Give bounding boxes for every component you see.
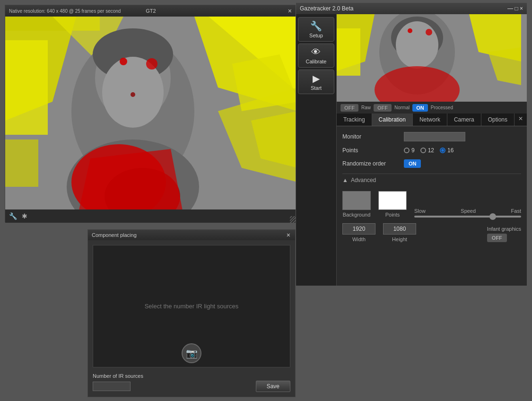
component-titlebar: Component placing ×	[88, 230, 295, 240]
speed-control: Slow Speed Fast	[414, 208, 521, 218]
height-input[interactable]	[383, 223, 416, 235]
advanced-header: ▲ Advanced	[342, 174, 521, 186]
camera-feed: 🔧 ✱	[5, 17, 297, 223]
setup-label: Setup	[309, 33, 323, 38]
points-9-label: 9	[411, 147, 415, 154]
height-wrap: Height	[383, 223, 416, 242]
camera-window: Native resolution: 640 x 480 @ 25 frames…	[5, 5, 297, 222]
gt-main: OFF Raw OFF Normal ON Processed ▲ Visual…	[337, 14, 527, 286]
advanced-arrow: ▲	[342, 177, 348, 183]
monitor-label: Monitor	[342, 133, 404, 140]
start-button[interactable]: ▶ Start	[298, 70, 334, 94]
infant-toggle[interactable]: OFF	[487, 234, 507, 242]
camera-image	[5, 17, 297, 223]
gt-content: 🔧 Setup 👁 Calibrate ▶ Start	[296, 14, 527, 286]
gt-title: Gazetracker 2.0 Beta	[300, 5, 353, 12]
wrench-icon[interactable]: 🔧	[9, 212, 17, 220]
points-16-label: 16	[447, 147, 454, 154]
crosshair-icon[interactable]: ✱	[22, 212, 27, 220]
calibrate-button[interactable]: 👁 Calibrate	[298, 44, 334, 68]
tab-options[interactable]: Options	[481, 113, 515, 126]
preview-image	[337, 14, 521, 102]
gazetracker-window: Gazetracker 2.0 Beta — □ × 🔧 Setup 👁 Cal…	[296, 2, 527, 286]
width-wrap: Width	[342, 223, 375, 242]
raw-toggle[interactable]: OFF	[340, 104, 358, 112]
camera-title: Native resolution: 640 x 480 @ 25 frames…	[9, 9, 121, 14]
svg-point-27	[396, 21, 438, 69]
infant-toggle-wrap: Infant graphics OFF	[487, 226, 521, 242]
width-label: Width	[352, 236, 366, 242]
points-radio-group: 9 12 16	[404, 147, 454, 154]
normal-toggle[interactable]: OFF	[374, 104, 392, 112]
ir-sources-input[interactable]	[93, 382, 131, 391]
points-9[interactable]: 9	[404, 147, 415, 154]
calibrate-icon: 👁	[300, 47, 332, 58]
points-12[interactable]: 12	[420, 147, 434, 154]
component-content: Select the number IR light sources 📷 Num…	[88, 240, 295, 397]
normal-label: Normal	[394, 105, 410, 110]
svg-rect-31	[337, 28, 360, 76]
svg-point-17	[131, 92, 135, 97]
svg-point-30	[426, 29, 432, 35]
start-icon: ▶	[300, 73, 332, 84]
processed-label: Processed	[431, 105, 453, 110]
start-label: Start	[311, 85, 322, 91]
points-16[interactable]: 16	[440, 147, 454, 154]
calibration-content: Monitor Points 9 12	[337, 126, 527, 286]
radio-12[interactable]	[420, 148, 426, 153]
svg-point-29	[408, 28, 412, 33]
camera-icon: 📷	[182, 343, 201, 363]
setup-button[interactable]: 🔧 Setup	[298, 17, 334, 42]
ir-sources-label: Number of IR sources	[93, 373, 143, 379]
gt-label: GT2	[146, 8, 156, 14]
randomize-toggle[interactable]: ON	[404, 159, 421, 168]
points-label: Points	[342, 147, 404, 154]
background-color-box[interactable]	[342, 191, 371, 210]
points-color-wrap: Points	[378, 191, 407, 218]
processed-toggle[interactable]: ON	[412, 104, 428, 112]
setup-icon: 🔧	[300, 20, 332, 32]
svg-rect-21	[5, 139, 38, 187]
points-row: Points 9 12 16	[342, 147, 521, 154]
component-title: Component placing	[92, 232, 137, 238]
background-color-label: Background	[343, 212, 371, 218]
gt-window-controls[interactable]: — □ ×	[507, 5, 523, 12]
gt-preview-feed	[337, 14, 527, 102]
gt-preview: OFF Raw OFF Normal ON Processed ▲ Visual…	[337, 14, 527, 113]
infant-graphics-label: Infant graphics	[487, 226, 521, 232]
randomize-label: Randomize order	[342, 160, 404, 167]
points-color-label: Points	[385, 212, 400, 218]
tab-calibration[interactable]: Calibration	[372, 113, 413, 126]
tab-network[interactable]: Network	[413, 113, 447, 126]
ir-select-text: Select the number IR light sources	[145, 303, 239, 310]
advanced-label: Advanced	[351, 177, 376, 183]
preview-controls: OFF Raw OFF Normal ON Processed	[337, 102, 527, 113]
svg-rect-20	[5, 40, 48, 135]
points-color-box[interactable]	[378, 191, 407, 210]
save-button[interactable]: Save	[256, 381, 290, 392]
background-color-wrap: Background	[342, 191, 371, 218]
monitor-row: Monitor	[342, 132, 521, 141]
width-input[interactable]	[342, 223, 375, 235]
ir-source-row: Number of IR sources	[93, 373, 290, 379]
tab-tracking[interactable]: Tracking	[337, 113, 372, 126]
camera-icon-wrap: 📷	[182, 343, 201, 363]
svg-point-15	[120, 58, 127, 65]
ir-select-area: Select the number IR light sources 📷	[93, 245, 290, 367]
tab-camera[interactable]: Camera	[447, 113, 481, 126]
calibrate-label: Calibrate	[305, 59, 326, 64]
tab-close-button[interactable]: ✕	[515, 113, 527, 126]
camera-bottom-bar: 🔧 ✱	[5, 209, 297, 223]
color-speed-row: Background Points Slow Speed Fast	[342, 191, 521, 218]
camera-close-button[interactable]: ×	[287, 7, 293, 15]
svg-point-16	[146, 58, 157, 70]
radio-16[interactable]	[440, 148, 445, 153]
radio-9[interactable]	[404, 148, 410, 153]
speed-slider[interactable]	[414, 216, 521, 218]
component-close-button[interactable]: ×	[286, 231, 291, 239]
gt-sidebar: 🔧 Setup 👁 Calibrate ▶ Start	[296, 14, 337, 286]
size-infant-row: Width Height Infant graphics OFF	[342, 223, 521, 242]
component-window: Component placing × Select the number IR…	[87, 229, 296, 397]
toggle-group: OFF Raw OFF Normal ON Processed	[340, 104, 453, 112]
monitor-input[interactable]	[404, 132, 465, 141]
